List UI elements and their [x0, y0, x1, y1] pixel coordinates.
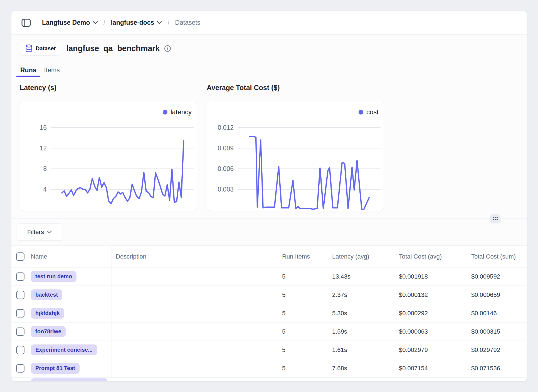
filters-button[interactable]: Filters: [16, 224, 63, 241]
filters-button-label: Filters: [27, 229, 44, 236]
legend-label: latency: [171, 108, 192, 116]
cell-run-items: 5: [279, 291, 329, 299]
latency-chart-block: Latency (s) latency 481216: [20, 83, 197, 211]
run-name-link[interactable]: [31, 378, 107, 381]
cell-total-cost-sum: $0.000659: [468, 291, 527, 299]
cell-total-cost-avg: $0.007154: [396, 365, 468, 372]
cell-run-items: 5: [279, 310, 329, 317]
latency-chart-legend: latency: [163, 108, 192, 116]
svg-text:0.009: 0.009: [218, 145, 234, 152]
cell-latency-avg: 13.43s: [329, 273, 396, 280]
table-row: Experiment concise... 5 1.61s $0.002979 …: [11, 341, 527, 359]
cost-chart-block: Average Total Cost ($) cost 0.0030.0060.…: [207, 83, 384, 211]
svg-text:0.006: 0.006: [218, 165, 234, 172]
latency-chart-title: Latency (s): [20, 83, 197, 92]
cell-total-cost-sum: $0.009592: [468, 273, 527, 280]
breadcrumb-section[interactable]: Datasets: [175, 19, 200, 26]
table-row: hjkfdshjk 5 5.30s $0.000292 $0.00146: [11, 304, 527, 322]
column-header-description: Description: [112, 253, 279, 260]
cell-total-cost-sum: $0.000315: [468, 328, 527, 335]
grip-dots-icon: [492, 217, 498, 220]
app-card: Langfuse Demo / langfuse-docs / Datasets: [11, 11, 527, 381]
svg-text:12: 12: [40, 145, 47, 152]
cell-total-cost-avg: $0.001918: [396, 273, 468, 280]
latency-chart: latency 481216: [20, 101, 197, 211]
breadcrumb-org-label: Langfuse Demo: [42, 19, 90, 26]
page-content: Dataset langfuse_qa_benchmark Runs Items…: [11, 35, 527, 381]
charts-row: Latency (s) latency 481216 Average Total…: [11, 77, 527, 211]
svg-text:0.012: 0.012: [218, 124, 234, 131]
run-name-link[interactable]: test run demo: [31, 271, 76, 282]
tab-items[interactable]: Items: [40, 64, 64, 77]
panel-left-icon: [21, 19, 31, 27]
cell-total-cost-avg: $0.002979: [396, 346, 468, 354]
legend-dot-icon: [359, 110, 363, 115]
row-checkbox[interactable]: [16, 346, 24, 354]
cell-run-items: 5: [279, 273, 329, 280]
dataset-title-row: Dataset langfuse_qa_benchmark: [11, 35, 527, 56]
database-icon: [25, 44, 33, 52]
tabs-bar: Runs Items: [11, 64, 527, 77]
cell-total-cost-avg: $0.000063: [396, 328, 468, 335]
row-checkbox[interactable]: [16, 272, 24, 281]
cell-latency-avg: 1.61s: [329, 346, 396, 354]
table-row: test run demo 5 13.43s $0.001918 $0.0095…: [11, 267, 527, 286]
info-icon[interactable]: [164, 45, 171, 52]
table-body: test run demo 5 13.43s $0.001918 $0.0095…: [11, 267, 527, 378]
dataset-badge-label: Dataset: [36, 45, 56, 52]
row-checkbox[interactable]: [16, 291, 24, 299]
cost-chart-legend: cost: [359, 108, 379, 116]
column-header-latency-avg: Latency (avg): [329, 253, 396, 260]
column-header-name: Name: [31, 253, 47, 260]
dataset-badge: Dataset: [20, 41, 61, 56]
sidebar-toggle-button[interactable]: [21, 19, 31, 27]
legend-label: cost: [366, 108, 379, 116]
runs-table: Name Description Run Items Latency (avg)…: [11, 245, 527, 381]
cell-total-cost-avg: $0.000292: [396, 310, 468, 317]
cost-chart-title: Average Total Cost ($): [207, 83, 384, 92]
app-header: Langfuse Demo / langfuse-docs / Datasets: [11, 11, 527, 35]
latency-line-chart: 481216: [20, 101, 197, 211]
column-header-total-cost-avg: Total Cost (avg): [396, 253, 468, 260]
table-row: Prompt 81 Test 5 7.68s $0.007154 $0.0715…: [11, 359, 527, 378]
cell-total-cost-sum: $0.00146: [468, 310, 527, 317]
run-name-link[interactable]: hjkfdshjk: [31, 308, 64, 319]
svg-text:4: 4: [43, 186, 47, 193]
svg-text:8: 8: [43, 165, 47, 172]
svg-text:0.003: 0.003: [218, 186, 234, 193]
select-all-checkbox[interactable]: [16, 252, 24, 261]
breadcrumb-separator: /: [167, 19, 169, 27]
cell-latency-avg: 1.59s: [329, 328, 396, 335]
cell-total-cost-sum: $0.071536: [468, 365, 527, 372]
drag-handle-button[interactable]: [490, 214, 500, 223]
cell-latency-avg: 2.37s: [329, 291, 396, 299]
table-row: backtest 5 2.37s $0.000132 $0.000659: [11, 286, 527, 304]
row-checkbox[interactable]: [16, 309, 24, 317]
run-name-link[interactable]: Experiment concise...: [31, 344, 97, 355]
cell-run-items: 5: [279, 365, 329, 372]
chevron-down-icon: [157, 21, 162, 24]
chevron-down-icon: [93, 21, 98, 24]
run-name-link[interactable]: backtest: [31, 289, 62, 300]
column-header-total-cost-sum: Total Cost (sum): [468, 253, 527, 260]
row-checkbox[interactable]: [16, 328, 24, 336]
svg-text:16: 16: [40, 124, 47, 131]
breadcrumb-project[interactable]: langfuse-docs: [111, 19, 162, 26]
table-row: foo78riwe 5 1.59s $0.000063 $0.000315: [11, 322, 527, 341]
breadcrumb-separator: /: [103, 19, 105, 27]
cell-latency-avg: 7.68s: [329, 365, 396, 372]
cell-run-items: 5: [279, 328, 329, 335]
tab-runs[interactable]: Runs: [16, 64, 40, 77]
table-header-row: Name Description Run Items Latency (avg)…: [11, 246, 527, 267]
legend-dot-icon: [163, 110, 167, 115]
section-divider: [11, 219, 527, 219]
run-name-link[interactable]: Prompt 81 Test: [31, 363, 80, 374]
cost-chart: cost 0.0030.0060.0090.012: [207, 101, 384, 211]
cost-line-chart: 0.0030.0060.0090.012: [207, 101, 384, 211]
breadcrumb-project-label: langfuse-docs: [111, 19, 154, 26]
run-name-link[interactable]: foo78riwe: [31, 326, 66, 337]
chevron-down-icon: [47, 231, 52, 234]
row-checkbox[interactable]: [16, 364, 24, 373]
breadcrumb-org[interactable]: Langfuse Demo: [42, 19, 98, 26]
cell-run-items: 5: [279, 346, 329, 354]
